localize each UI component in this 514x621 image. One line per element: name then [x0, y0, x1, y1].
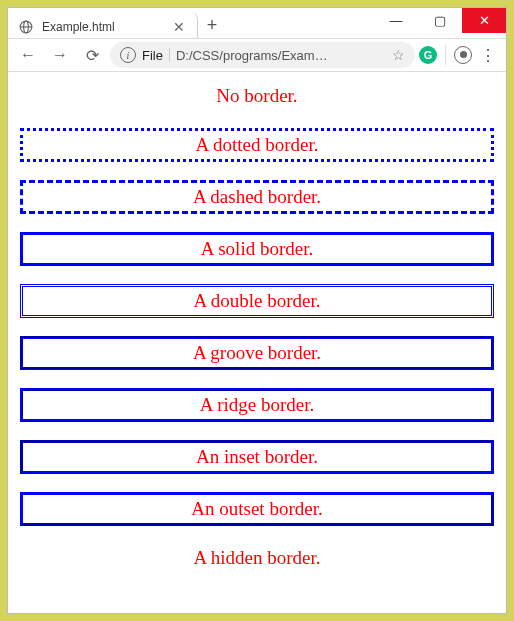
toolbar: ← → ⟳ i File D:/CSS/programs/Exam… ☆ G ⋮	[8, 38, 506, 72]
back-button[interactable]: ←	[14, 41, 42, 69]
window-controls: — ▢ ✕	[374, 8, 506, 33]
example-inset: An inset border.	[20, 440, 494, 474]
tab-title: Example.html	[42, 20, 115, 34]
new-tab-button[interactable]: +	[198, 8, 226, 38]
url-text: D:/CSS/programs/Exam…	[176, 48, 328, 63]
titlebar: Example.html ✕ + — ▢ ✕	[8, 8, 506, 38]
page-content: No border. A dotted border. A dashed bor…	[8, 72, 506, 613]
example-dotted: A dotted border.	[20, 128, 494, 162]
maximize-button[interactable]: ▢	[418, 8, 462, 33]
extension-icon[interactable]: G	[419, 46, 437, 64]
url-scheme: File	[142, 48, 163, 63]
example-none: No border.	[20, 82, 494, 110]
bookmark-star-icon[interactable]: ☆	[392, 47, 405, 63]
close-window-button[interactable]: ✕	[462, 8, 506, 33]
address-bar[interactable]: i File D:/CSS/programs/Exam… ☆	[110, 42, 415, 68]
minimize-button[interactable]: —	[374, 8, 418, 33]
example-dashed: A dashed border.	[20, 180, 494, 214]
browser-window: Example.html ✕ + — ▢ ✕ ← → ⟳ i File D:/C…	[7, 7, 507, 614]
example-hidden: A hidden border.	[20, 544, 494, 572]
example-solid: A solid border.	[20, 232, 494, 266]
example-ridge: A ridge border.	[20, 388, 494, 422]
reload-button[interactable]: ⟳	[78, 41, 106, 69]
example-double: A double border.	[20, 284, 494, 318]
example-groove: A groove border.	[20, 336, 494, 370]
profile-avatar-icon[interactable]	[454, 46, 472, 64]
toolbar-separator	[445, 45, 446, 65]
page-icon	[18, 19, 34, 35]
url-divider	[169, 48, 170, 62]
tab-close-icon[interactable]: ✕	[173, 19, 185, 35]
site-info-icon[interactable]: i	[120, 47, 136, 63]
example-outset: An outset border.	[20, 492, 494, 526]
forward-button[interactable]: →	[46, 41, 74, 69]
menu-button[interactable]: ⋮	[476, 46, 500, 65]
